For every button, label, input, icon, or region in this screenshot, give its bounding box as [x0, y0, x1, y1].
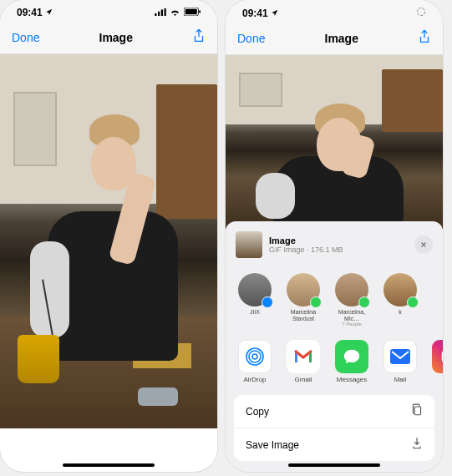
- location-icon: [45, 7, 53, 18]
- copy-icon: [411, 403, 423, 419]
- status-bar: 09:41: [0, 0, 217, 22]
- sheet-header: Image GIF Image · 176.1 MB: [226, 230, 443, 266]
- home-indicator[interactable]: [288, 463, 380, 467]
- contact-item[interactable]: JIIX: [236, 273, 274, 327]
- svg-point-9: [249, 351, 261, 362]
- svg-rect-12: [443, 351, 444, 363]
- avatar: [383, 273, 417, 306]
- svg-rect-5: [185, 9, 197, 15]
- apps-row: AirDrop Gmail Messages: [226, 333, 443, 390]
- avatar: [287, 273, 320, 306]
- close-button[interactable]: [414, 235, 433, 254]
- done-button[interactable]: Done: [237, 32, 265, 45]
- airdrop-icon: [238, 340, 272, 373]
- action-copy[interactable]: Copy: [234, 395, 434, 428]
- nav-bar: Done Image: [0, 22, 217, 54]
- messages-icon: [335, 340, 368, 373]
- actions-list: Copy Save Image: [234, 395, 434, 461]
- messages-badge: [407, 296, 419, 308]
- share-button[interactable]: [192, 28, 206, 47]
- svg-rect-1: [158, 12, 160, 16]
- mail-icon: [383, 340, 417, 373]
- app-label: AirDrop: [243, 376, 266, 383]
- contacts-row: JIIX Marcelina Stardust Marcelina, Mic… …: [226, 266, 443, 333]
- phone-left: 09:41 Done Image: [0, 0, 217, 472]
- svg-point-7: [418, 8, 425, 16]
- action-save-image[interactable]: Save Image: [234, 428, 434, 461]
- status-time: 09:41: [17, 7, 43, 18]
- contact-name: Marcelina, Mic…: [333, 309, 371, 322]
- svg-rect-3: [165, 8, 166, 16]
- wifi-icon: [170, 7, 180, 18]
- action-label: Copy: [246, 406, 269, 418]
- nav-title: Image: [325, 32, 358, 45]
- save-icon: [411, 437, 423, 453]
- app-label: Messages: [337, 376, 367, 383]
- photo: [226, 55, 443, 229]
- status-bar: 09:41: [226, 0, 443, 23]
- photo: [0, 54, 217, 428]
- gmail-icon: [287, 340, 320, 373]
- share-button[interactable]: [418, 29, 431, 48]
- battery-icon: [184, 7, 201, 18]
- image-viewport[interactable]: [226, 55, 443, 229]
- contact-sub: 7 People: [342, 322, 362, 327]
- contact-name: Marcelina Stardust: [284, 309, 322, 322]
- app-instagram[interactable]: In: [429, 340, 443, 383]
- avatar: [335, 273, 368, 306]
- airdrop-badge: [262, 296, 273, 308]
- app-airdrop[interactable]: AirDrop: [236, 340, 274, 383]
- sheet-subtitle: GIF Image · 176.1 MB: [269, 246, 408, 254]
- app-label: Gmail: [295, 376, 312, 383]
- image-viewport[interactable]: [0, 54, 217, 428]
- share-sheet: Image GIF Image · 176.1 MB JIIX Marcelin…: [226, 221, 443, 472]
- phone-right: 09:41 Done Image: [226, 0, 443, 472]
- contact-item[interactable]: Marcelina, Mic… 7 People: [333, 273, 371, 327]
- action-label: Save Image: [246, 439, 299, 451]
- sheet-title: Image: [269, 235, 408, 246]
- contact-name: k: [399, 309, 402, 316]
- svg-point-8: [252, 354, 257, 359]
- app-gmail[interactable]: Gmail: [284, 340, 322, 383]
- nav-bar: Done Image: [226, 23, 443, 55]
- avatar: [238, 273, 272, 306]
- svg-rect-11: [390, 349, 410, 364]
- location-icon: [271, 8, 278, 19]
- contact-item[interactable]: Marcelina Stardust: [284, 273, 322, 327]
- done-button[interactable]: Done: [12, 31, 39, 44]
- signal-icon: [155, 7, 166, 18]
- svg-rect-15: [414, 407, 420, 415]
- status-time: 09:41: [242, 8, 268, 19]
- loading-icon: [416, 7, 426, 19]
- nav-title: Image: [99, 31, 133, 44]
- contact-name: JIIX: [250, 309, 260, 316]
- app-label: Mail: [394, 376, 407, 383]
- app-messages[interactable]: Messages: [333, 340, 371, 383]
- messages-badge: [310, 296, 322, 308]
- svg-rect-0: [155, 13, 156, 16]
- svg-rect-2: [161, 10, 163, 17]
- home-indicator[interactable]: [63, 463, 155, 467]
- contact-item[interactable]: k: [381, 273, 419, 327]
- app-mail[interactable]: Mail: [381, 340, 419, 383]
- svg-rect-6: [199, 10, 201, 13]
- messages-badge: [358, 296, 370, 308]
- sheet-thumbnail: [236, 231, 262, 258]
- instagram-icon: [432, 340, 443, 373]
